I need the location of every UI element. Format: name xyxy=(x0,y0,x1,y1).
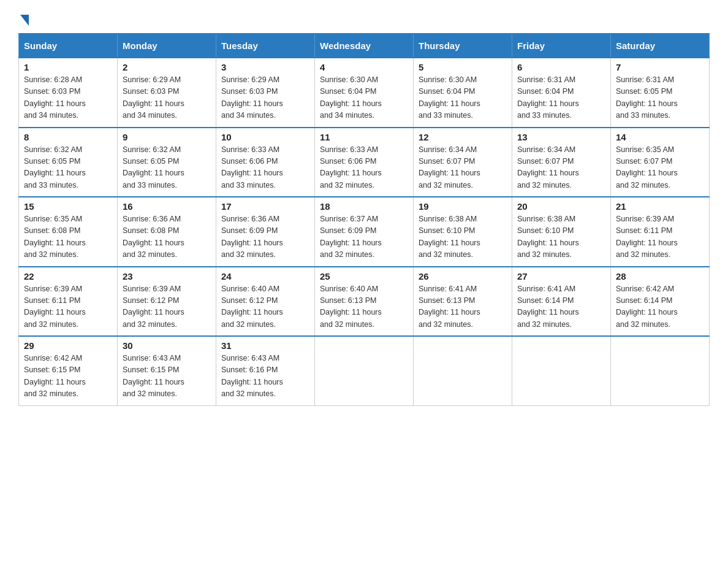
day-number: 10 xyxy=(221,132,309,142)
day-info: Sunrise: 6:40 AM Sunset: 6:12 PM Dayligh… xyxy=(221,283,309,331)
day-info: Sunrise: 6:43 AM Sunset: 6:16 PM Dayligh… xyxy=(221,353,309,400)
calendar-day-cell: 18 Sunrise: 6:37 AM Sunset: 6:09 PM Dayl… xyxy=(315,197,414,267)
day-number: 30 xyxy=(123,340,211,351)
day-info: Sunrise: 6:42 AM Sunset: 6:15 PM Dayligh… xyxy=(24,353,112,400)
day-number: 9 xyxy=(123,132,211,142)
calendar-day-cell: 27 Sunrise: 6:41 AM Sunset: 6:14 PM Dayl… xyxy=(512,267,611,337)
day-header-monday: Monday xyxy=(118,34,216,58)
calendar-day-cell: 16 Sunrise: 6:36 AM Sunset: 6:08 PM Dayl… xyxy=(118,197,216,267)
calendar-day-cell: 28 Sunrise: 6:42 AM Sunset: 6:14 PM Dayl… xyxy=(611,267,710,337)
day-info: Sunrise: 6:41 AM Sunset: 6:13 PM Dayligh… xyxy=(419,283,507,331)
day-info: Sunrise: 6:30 AM Sunset: 6:04 PM Dayligh… xyxy=(419,74,507,122)
day-number: 6 xyxy=(517,62,605,72)
calendar-day-cell: 29 Sunrise: 6:42 AM Sunset: 6:15 PM Dayl… xyxy=(19,336,118,405)
day-number: 27 xyxy=(517,271,605,282)
calendar-day-cell: 13 Sunrise: 6:34 AM Sunset: 6:07 PM Dayl… xyxy=(512,128,611,197)
day-number: 21 xyxy=(616,201,704,212)
calendar-day-cell xyxy=(315,336,414,405)
day-info: Sunrise: 6:29 AM Sunset: 6:03 PM Dayligh… xyxy=(123,74,211,122)
day-info: Sunrise: 6:38 AM Sunset: 6:10 PM Dayligh… xyxy=(517,213,605,261)
page-header xyxy=(18,12,710,23)
calendar-day-cell: 2 Sunrise: 6:29 AM Sunset: 6:03 PM Dayli… xyxy=(118,58,216,128)
day-header-friday: Friday xyxy=(512,34,611,58)
day-info: Sunrise: 6:35 AM Sunset: 6:08 PM Dayligh… xyxy=(24,213,112,261)
day-number: 25 xyxy=(320,271,408,282)
day-info: Sunrise: 6:36 AM Sunset: 6:08 PM Dayligh… xyxy=(123,213,211,261)
day-info: Sunrise: 6:41 AM Sunset: 6:14 PM Dayligh… xyxy=(517,283,605,331)
day-info: Sunrise: 6:28 AM Sunset: 6:03 PM Dayligh… xyxy=(24,74,112,122)
day-number: 19 xyxy=(419,201,507,212)
calendar-week-row: 15 Sunrise: 6:35 AM Sunset: 6:08 PM Dayl… xyxy=(19,197,710,267)
day-number: 12 xyxy=(419,132,507,142)
calendar-day-cell: 19 Sunrise: 6:38 AM Sunset: 6:10 PM Dayl… xyxy=(414,197,512,267)
day-info: Sunrise: 6:35 AM Sunset: 6:07 PM Dayligh… xyxy=(616,144,704,192)
day-number: 31 xyxy=(221,340,309,351)
day-header-thursday: Thursday xyxy=(414,34,512,58)
day-info: Sunrise: 6:38 AM Sunset: 6:10 PM Dayligh… xyxy=(419,213,507,261)
calendar-day-cell: 1 Sunrise: 6:28 AM Sunset: 6:03 PM Dayli… xyxy=(19,58,118,128)
day-info: Sunrise: 6:42 AM Sunset: 6:14 PM Dayligh… xyxy=(616,283,704,331)
calendar-day-cell: 4 Sunrise: 6:30 AM Sunset: 6:04 PM Dayli… xyxy=(315,58,414,128)
day-info: Sunrise: 6:32 AM Sunset: 6:05 PM Dayligh… xyxy=(24,144,112,192)
calendar-day-cell: 21 Sunrise: 6:39 AM Sunset: 6:11 PM Dayl… xyxy=(611,197,710,267)
day-info: Sunrise: 6:39 AM Sunset: 6:11 PM Dayligh… xyxy=(24,283,112,331)
calendar-day-cell: 17 Sunrise: 6:36 AM Sunset: 6:09 PM Dayl… xyxy=(216,197,315,267)
day-number: 11 xyxy=(320,132,408,142)
day-number: 29 xyxy=(24,340,112,351)
day-info: Sunrise: 6:32 AM Sunset: 6:05 PM Dayligh… xyxy=(123,144,211,192)
day-number: 20 xyxy=(517,201,605,212)
calendar-day-cell: 8 Sunrise: 6:32 AM Sunset: 6:05 PM Dayli… xyxy=(19,128,118,197)
day-number: 1 xyxy=(24,62,112,72)
day-number: 7 xyxy=(616,62,704,72)
calendar-day-cell: 22 Sunrise: 6:39 AM Sunset: 6:11 PM Dayl… xyxy=(19,267,118,337)
day-number: 26 xyxy=(419,271,507,282)
logo xyxy=(18,12,29,23)
day-info: Sunrise: 6:31 AM Sunset: 6:04 PM Dayligh… xyxy=(517,74,605,122)
day-info: Sunrise: 6:39 AM Sunset: 6:11 PM Dayligh… xyxy=(616,213,704,261)
day-number: 14 xyxy=(616,132,704,142)
calendar-day-cell: 12 Sunrise: 6:34 AM Sunset: 6:07 PM Dayl… xyxy=(414,128,512,197)
calendar-week-row: 29 Sunrise: 6:42 AM Sunset: 6:15 PM Dayl… xyxy=(19,336,710,405)
calendar-day-cell: 7 Sunrise: 6:31 AM Sunset: 6:05 PM Dayli… xyxy=(611,58,710,128)
calendar-day-cell: 14 Sunrise: 6:35 AM Sunset: 6:07 PM Dayl… xyxy=(611,128,710,197)
day-number: 8 xyxy=(24,132,112,142)
calendar-header-row: SundayMondayTuesdayWednesdayThursdayFrid… xyxy=(19,34,710,58)
calendar-day-cell: 11 Sunrise: 6:33 AM Sunset: 6:06 PM Dayl… xyxy=(315,128,414,197)
calendar-table: SundayMondayTuesdayWednesdayThursdayFrid… xyxy=(18,33,710,406)
day-info: Sunrise: 6:36 AM Sunset: 6:09 PM Dayligh… xyxy=(221,213,309,261)
calendar-day-cell xyxy=(611,336,710,405)
calendar-day-cell: 26 Sunrise: 6:41 AM Sunset: 6:13 PM Dayl… xyxy=(414,267,512,337)
day-number: 23 xyxy=(123,271,211,282)
day-number: 16 xyxy=(123,201,211,212)
day-info: Sunrise: 6:31 AM Sunset: 6:05 PM Dayligh… xyxy=(616,74,704,122)
logo-arrow-icon xyxy=(20,15,29,26)
day-info: Sunrise: 6:34 AM Sunset: 6:07 PM Dayligh… xyxy=(419,144,507,192)
day-info: Sunrise: 6:40 AM Sunset: 6:13 PM Dayligh… xyxy=(320,283,408,331)
calendar-day-cell: 3 Sunrise: 6:29 AM Sunset: 6:03 PM Dayli… xyxy=(216,58,315,128)
day-number: 28 xyxy=(616,271,704,282)
calendar-week-row: 22 Sunrise: 6:39 AM Sunset: 6:11 PM Dayl… xyxy=(19,267,710,337)
calendar-week-row: 8 Sunrise: 6:32 AM Sunset: 6:05 PM Dayli… xyxy=(19,128,710,197)
calendar-day-cell xyxy=(512,336,611,405)
calendar-day-cell xyxy=(414,336,512,405)
day-info: Sunrise: 6:33 AM Sunset: 6:06 PM Dayligh… xyxy=(221,144,309,192)
calendar-day-cell: 20 Sunrise: 6:38 AM Sunset: 6:10 PM Dayl… xyxy=(512,197,611,267)
calendar-day-cell: 6 Sunrise: 6:31 AM Sunset: 6:04 PM Dayli… xyxy=(512,58,611,128)
day-number: 5 xyxy=(419,62,507,72)
calendar-day-cell: 25 Sunrise: 6:40 AM Sunset: 6:13 PM Dayl… xyxy=(315,267,414,337)
day-number: 4 xyxy=(320,62,408,72)
day-info: Sunrise: 6:39 AM Sunset: 6:12 PM Dayligh… xyxy=(123,283,211,331)
day-header-sunday: Sunday xyxy=(19,34,118,58)
day-header-tuesday: Tuesday xyxy=(216,34,315,58)
calendar-week-row: 1 Sunrise: 6:28 AM Sunset: 6:03 PM Dayli… xyxy=(19,58,710,128)
day-info: Sunrise: 6:43 AM Sunset: 6:15 PM Dayligh… xyxy=(123,353,211,400)
day-header-wednesday: Wednesday xyxy=(315,34,414,58)
day-info: Sunrise: 6:29 AM Sunset: 6:03 PM Dayligh… xyxy=(221,74,309,122)
day-info: Sunrise: 6:34 AM Sunset: 6:07 PM Dayligh… xyxy=(517,144,605,192)
calendar-day-cell: 24 Sunrise: 6:40 AM Sunset: 6:12 PM Dayl… xyxy=(216,267,315,337)
day-number: 2 xyxy=(123,62,211,72)
calendar-day-cell: 10 Sunrise: 6:33 AM Sunset: 6:06 PM Dayl… xyxy=(216,128,315,197)
day-number: 13 xyxy=(517,132,605,142)
day-info: Sunrise: 6:33 AM Sunset: 6:06 PM Dayligh… xyxy=(320,144,408,192)
day-number: 18 xyxy=(320,201,408,212)
